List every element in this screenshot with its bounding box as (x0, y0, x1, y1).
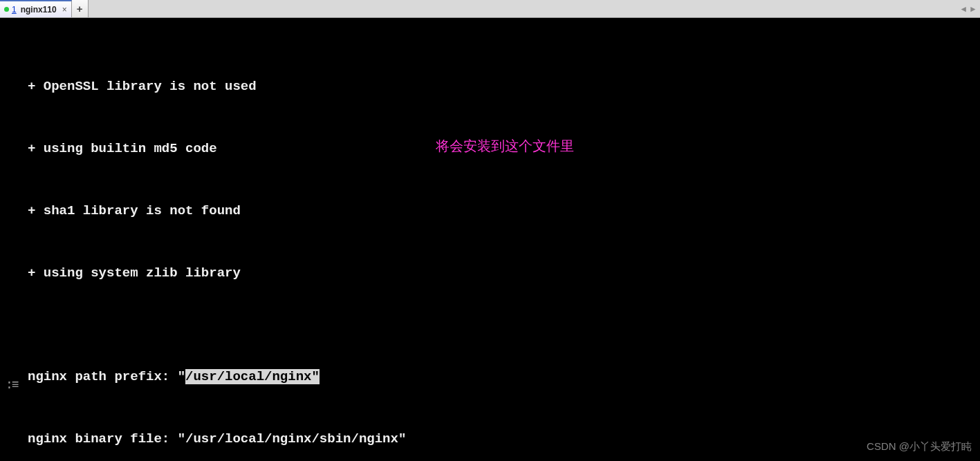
output-line: nginx path prefix: "/usr/local/nginx" (28, 366, 973, 387)
output-line: + OpenSSL library is not used (28, 76, 973, 97)
tab-nav-controls: ◄ ► (959, 0, 977, 17)
nav-right-icon[interactable]: ► (969, 4, 977, 14)
output-line: + using system zlib library (28, 263, 973, 283)
terminal-output[interactable]: + OpenSSL library is not used + using bu… (0, 18, 980, 461)
tab-index: 1 (12, 5, 17, 15)
tab-label: nginx110 (21, 5, 57, 15)
nav-left-icon[interactable]: ◄ (959, 4, 968, 14)
watermark-label: CSDN @小丫头爱打盹 (867, 436, 972, 457)
tab-session-1[interactable]: 1 nginx110 × (0, 0, 72, 17)
output-line: nginx binary file: "/usr/local/nginx/sbi… (28, 429, 973, 449)
output-line: + sha1 library is not found (28, 200, 973, 221)
tab-bar: 1 nginx110 × + ◄ ► (0, 0, 980, 18)
status-dot-icon (4, 7, 9, 12)
close-icon[interactable]: × (62, 5, 67, 15)
selected-text: /usr/local/nginx" (185, 369, 320, 384)
annotation-label: 将会安装到这个文件里 (436, 135, 574, 156)
toc-icon[interactable]: :≡ (6, 375, 18, 395)
add-tab-button[interactable]: + (72, 0, 89, 17)
